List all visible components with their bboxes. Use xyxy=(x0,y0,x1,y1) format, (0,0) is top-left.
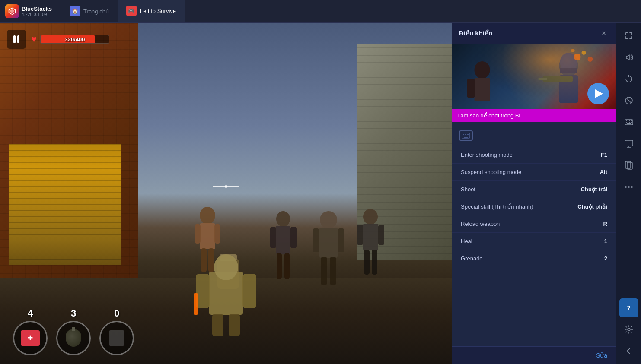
back-button[interactable] xyxy=(619,342,638,361)
settings-button[interactable] xyxy=(619,320,638,339)
svg-rect-55 xyxy=(467,136,469,136)
bluestacks-icon xyxy=(5,4,19,18)
svg-rect-9 xyxy=(276,226,290,254)
svg-rect-18 xyxy=(321,257,327,285)
main-area: ♥ 320/400 4 3 xyxy=(0,23,641,364)
panel-close-button[interactable]: × xyxy=(599,28,609,38)
svg-point-33 xyxy=(214,254,238,280)
health-text: 320/400 xyxy=(65,36,85,43)
svg-rect-68 xyxy=(627,123,631,124)
hud-top: ♥ 320/400 xyxy=(7,30,109,49)
svg-point-8 xyxy=(276,211,290,227)
weapon-slot-1[interactable]: 4 xyxy=(13,308,48,355)
svg-rect-12 xyxy=(277,253,282,279)
tab-game[interactable]: 🎮 Left to Survive xyxy=(118,0,185,22)
svg-point-75 xyxy=(628,186,630,188)
grenade-icon xyxy=(66,329,81,347)
crosshair-dot xyxy=(225,185,227,188)
svg-rect-19 xyxy=(330,257,336,285)
control-key: 1 xyxy=(604,238,607,244)
play-button[interactable] xyxy=(587,83,609,104)
edit-button[interactable]: Sửa xyxy=(596,352,607,359)
video-thumbnail[interactable]: Làm sao để chơi trong Bl... xyxy=(452,44,616,122)
slot-3-count: 0 xyxy=(114,308,119,319)
svg-rect-17 xyxy=(338,228,344,252)
svg-rect-56 xyxy=(464,137,468,138)
svg-rect-66 xyxy=(629,122,630,123)
control-label: Suspend shooting mode xyxy=(461,169,600,175)
svg-rect-63 xyxy=(631,120,632,121)
svg-rect-4 xyxy=(195,224,201,244)
svg-rect-21 xyxy=(363,224,378,250)
control-label: Heal xyxy=(461,238,604,244)
bluestacks-title: BlueStacks 4.220.0.1109 xyxy=(22,6,52,17)
volume-button[interactable] xyxy=(619,48,638,67)
weapon-slot-3[interactable]: 0 xyxy=(99,308,134,355)
control-label: Grenade xyxy=(461,255,604,262)
heart-icon: ♥ xyxy=(31,34,37,45)
svg-rect-3 xyxy=(200,223,215,249)
tv-button[interactable] xyxy=(619,134,638,153)
svg-rect-32 xyxy=(229,314,240,336)
medkit-icon xyxy=(21,330,40,346)
right-panel: Điều khiển × xyxy=(452,23,616,364)
slot-1-circle xyxy=(13,321,48,355)
svg-rect-64 xyxy=(626,122,627,123)
svg-rect-52 xyxy=(467,134,469,135)
game-viewport: ♥ 320/400 4 3 xyxy=(0,23,452,364)
rotate-button[interactable] xyxy=(619,70,638,89)
slot-1-count: 4 xyxy=(28,308,33,319)
svg-marker-1 xyxy=(10,9,14,13)
far-right-sidebar: ? xyxy=(616,23,641,364)
pause-button[interactable] xyxy=(7,30,26,49)
player-figure xyxy=(183,250,269,338)
more-button[interactable] xyxy=(619,177,638,196)
svg-rect-16 xyxy=(313,228,319,252)
slot-3-circle xyxy=(99,321,134,355)
svg-point-14 xyxy=(320,211,337,228)
health-container: ♥ 320/400 xyxy=(31,34,109,45)
controls-list: Enter shooting modeF1Suspend shooting mo… xyxy=(452,146,616,267)
pause-icon xyxy=(13,35,19,43)
garage-door xyxy=(9,144,121,265)
svg-rect-30 xyxy=(242,274,256,308)
svg-rect-65 xyxy=(628,122,628,123)
svg-rect-15 xyxy=(319,228,338,258)
copy-button[interactable] xyxy=(619,156,638,175)
svg-rect-10 xyxy=(270,227,276,248)
svg-point-74 xyxy=(625,186,627,188)
svg-rect-61 xyxy=(628,120,628,121)
keyboard-icon-row xyxy=(452,127,616,146)
weapon-slot-2[interactable]: 3 xyxy=(56,308,91,355)
hud-bottom: 4 3 0 xyxy=(13,308,134,355)
help-button[interactable]: ? xyxy=(619,298,638,317)
svg-rect-22 xyxy=(357,225,363,245)
controls-panel: Enter shooting modeF1Suspend shooting mo… xyxy=(452,122,616,346)
play-triangle-icon xyxy=(595,89,603,98)
panel-title: Điều khiển xyxy=(459,29,492,37)
zombie-figure-3 xyxy=(309,211,348,291)
control-row: Heal1 xyxy=(452,233,616,250)
svg-rect-54 xyxy=(465,136,466,136)
control-key: Alt xyxy=(600,169,607,175)
empty-slot-icon xyxy=(109,330,124,346)
topbar: BlueStacks 4.220.0.1109 🏠 Trang chủ 🎮 Le… xyxy=(0,0,641,23)
svg-point-76 xyxy=(631,186,633,188)
control-row: Suspend shooting modeAlt xyxy=(452,164,616,181)
expand-button[interactable] xyxy=(619,26,638,45)
control-key: Chuột trái xyxy=(581,186,607,193)
bluestacks-logo: BlueStacks 4.220.0.1109 xyxy=(0,0,57,22)
tab-home[interactable]: 🏠 Trang chủ xyxy=(61,0,118,22)
svg-rect-11 xyxy=(290,227,297,248)
control-label: Enter shooting mode xyxy=(461,152,601,158)
control-row: Special skill (Thi triển nhanh)Chuột phả… xyxy=(452,198,616,215)
keyboard-button[interactable] xyxy=(619,113,638,132)
control-label: Special skill (Thi triển nhanh) xyxy=(461,203,577,210)
slot-2-count: 3 xyxy=(71,308,76,319)
slash-button[interactable] xyxy=(619,91,638,110)
svg-rect-5 xyxy=(214,224,220,244)
control-row: ShootChuột trái xyxy=(452,181,616,198)
pause-bar-2 xyxy=(17,35,19,43)
keyboard-icon xyxy=(459,130,473,141)
control-key: Chuột phải xyxy=(577,203,607,210)
